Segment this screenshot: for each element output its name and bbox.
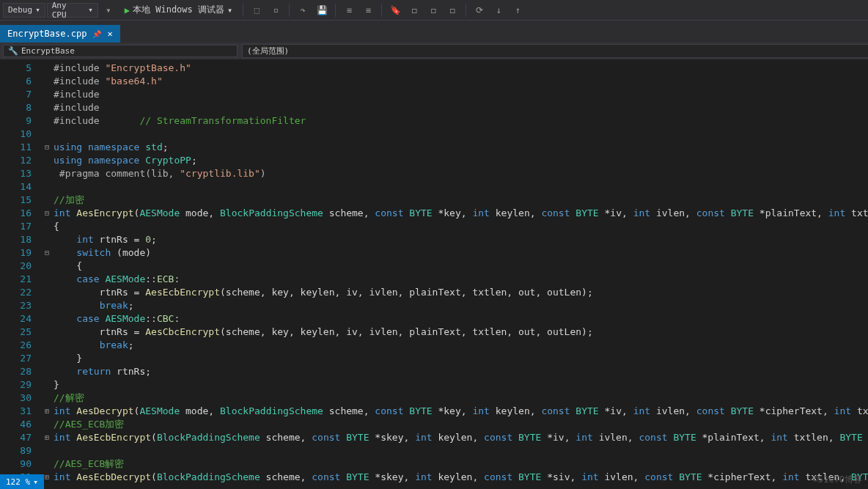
tab-label: EncryptBase.cpp <box>7 29 87 39</box>
up-arrow-icon[interactable]: ↑ <box>509 1 526 19</box>
start-debug-button[interactable]: ▶本地 Windows 调试器▾ <box>119 2 239 18</box>
platform-dropdown[interactable]: Any CPU▾ <box>47 3 98 18</box>
tab-encryptbase[interactable]: EncryptBase.cpp 📌 ✕ <box>0 25 120 43</box>
toolbar-icon[interactable]: ◻ <box>405 1 423 19</box>
outdent-icon[interactable]: ≡ <box>359 1 377 19</box>
config-dropdown[interactable]: Debug▾ <box>3 3 45 18</box>
breadcrumb-bar: 🔧EncryptBase (全局范围) ▾ <box>0 43 868 60</box>
status-bar: 122 %▾ <box>0 474 44 489</box>
breadcrumb-scope[interactable]: (全局范围) <box>242 44 868 58</box>
watermark: ©51CTO博客 <box>813 474 862 486</box>
close-icon[interactable]: ✕ <box>107 29 112 39</box>
editor-area: EncryptBase.cpp 📌 ✕ 🔧EncryptBase (全局范围) … <box>0 21 868 489</box>
pin-icon[interactable]: 📌 <box>92 30 101 38</box>
breadcrumb-class[interactable]: 🔧EncryptBase <box>3 45 238 57</box>
refresh-icon[interactable]: ⟳ <box>471 1 488 19</box>
fold-gutter[interactable]: ⊟⊟⊟⊞⊞⊞⊞⊞ <box>40 60 54 489</box>
zoom-level[interactable]: 122 % <box>6 477 30 487</box>
down-arrow-icon[interactable]: ↓ <box>490 1 507 19</box>
code-content[interactable]: #include "EncryptBase.h"#include "base64… <box>54 60 868 489</box>
step-icon[interactable]: ↷ <box>294 1 312 19</box>
toolbar-icon[interactable]: ▫ <box>267 1 284 19</box>
toolbar-icon[interactable]: ◻ <box>424 1 442 19</box>
toolbar-icon[interactable]: ⬚ <box>248 1 265 19</box>
bookmark-icon[interactable]: 🔖 <box>386 1 404 19</box>
line-numbers: 5678910111213141516171819202122232425262… <box>0 60 40 489</box>
toolbar-icon[interactable]: ◻ <box>444 1 461 19</box>
tab-bar: EncryptBase.cpp 📌 ✕ <box>0 21 868 43</box>
indent-icon[interactable]: ≡ <box>340 1 358 19</box>
save-icon[interactable]: 💾 <box>313 1 331 19</box>
main-toolbar: Debug▾ Any CPU▾ ▾ ▶本地 Windows 调试器▾ ⬚ ▫ ↷… <box>0 0 868 21</box>
dropdown-arrow-icon[interactable]: ▾ <box>100 1 117 19</box>
code-editor[interactable]: 5678910111213141516171819202122232425262… <box>0 60 868 489</box>
